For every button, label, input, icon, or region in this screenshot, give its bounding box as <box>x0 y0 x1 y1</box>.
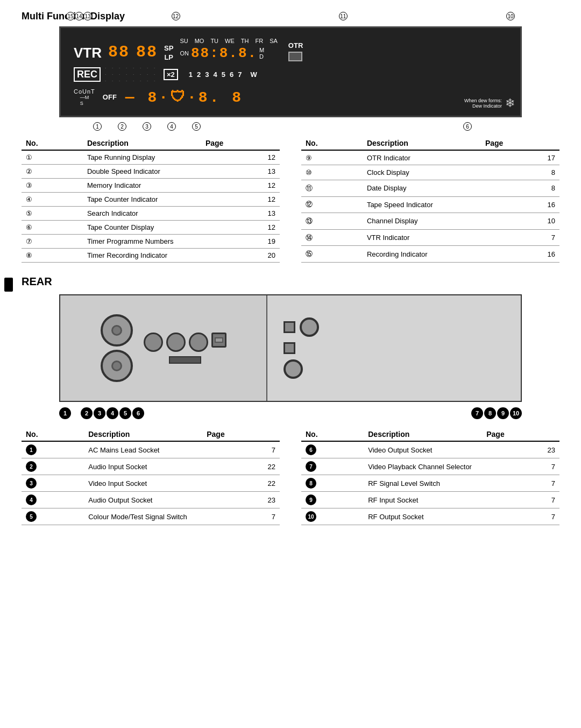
col-desc-left: Description <box>83 137 201 150</box>
callout-13: 13 <box>83 12 92 20</box>
rear-col-no-right: No. <box>301 428 364 441</box>
row-desc: Video Output Socket <box>364 441 482 458</box>
row-no: 2 <box>22 458 84 475</box>
callout-10: 10 <box>506 12 515 20</box>
table-row: ⑪ Date Display 8 <box>301 180 559 196</box>
main-socket-2 <box>101 350 133 382</box>
row-desc: Clock Display <box>363 165 481 180</box>
table-row: ⑩ Clock Display 8 <box>301 165 559 180</box>
row-desc: OTR Indicator <box>363 150 481 165</box>
row-no: ⑪ <box>301 180 363 196</box>
row-page: 7 <box>202 441 280 458</box>
th-label: TH <box>241 38 249 44</box>
table-row: ⑫ Tape Speed Indicator 16 <box>301 196 559 213</box>
sa-label: SA <box>270 38 278 44</box>
row-no: ⑬ <box>301 213 363 230</box>
counter-display: — 8·🛡·8. 8 <box>125 88 243 106</box>
rear-bullet <box>4 278 13 292</box>
row-no: ③ <box>22 179 83 193</box>
right-row-3 <box>284 359 319 379</box>
callout-6: 6 <box>463 122 472 131</box>
table-row: 9 RF Input Socket 7 <box>301 492 559 508</box>
filled-num-6: 6 <box>132 407 144 419</box>
mfd-section: Multi Function Display 15 14 13 12 11 10… <box>22 11 559 263</box>
filled-num-cell: 10 <box>306 511 316 522</box>
md-labels: M D <box>259 47 264 60</box>
row-desc: Date Display <box>363 180 481 196</box>
callout-11: 11 <box>339 12 348 20</box>
row-no: 5 <box>22 508 84 525</box>
filled-num-cell: 3 <box>26 478 37 489</box>
main-socket <box>101 314 133 347</box>
otr-label: OTR <box>288 41 303 50</box>
num-5: 5 <box>222 70 225 79</box>
row-page: 22 <box>202 458 280 475</box>
tape-dots: ···· ···· ···· ···· ···· ···· <box>105 66 159 83</box>
vfd-row-3: CoUnT —M S OFF — 8·🛡·8. 8 <box>74 88 507 106</box>
count-label-text: CoUnT <box>74 88 95 95</box>
table-row: 7 Video Playback Channel Selector 7 <box>301 458 559 475</box>
days-row: SU MO TU WE TH FR SA <box>180 38 277 44</box>
filled-num-cell: 7 <box>306 461 316 472</box>
callout-4: 4 <box>167 122 176 131</box>
row-page: 12 <box>201 179 280 193</box>
rear-col-no-left: No. <box>22 428 84 441</box>
filled-num-3: 3 <box>94 407 105 419</box>
row-no: 10 <box>301 508 364 525</box>
rear-table-left: No. Description Page 1 AC Mains Lead Soc… <box>22 428 280 525</box>
filled-num-cell: 2 <box>26 461 37 472</box>
row-page: 13 <box>201 207 280 221</box>
when-dew-text: When dew forms: <box>464 98 502 103</box>
main-socket-group <box>101 314 133 382</box>
w-label: W <box>250 70 257 79</box>
num-3: 3 <box>205 70 209 79</box>
row-no: ⑤ <box>22 207 83 221</box>
row-page: 17 <box>481 150 559 165</box>
callout-2: 2 <box>118 122 126 131</box>
rear-right-panel <box>267 295 521 401</box>
table-row: 2 Audio Input Socket 22 <box>22 458 280 475</box>
row-page: 22 <box>202 475 280 492</box>
num-1: 1 <box>189 70 193 79</box>
conn-2 <box>166 333 186 352</box>
sp-label: SP <box>164 44 173 52</box>
row-no: ⑥ <box>22 221 83 235</box>
table-row: ⑮ Recording Indicator 16 <box>301 246 559 263</box>
rear-callout-7-10: 7 8 9 10 <box>471 407 522 419</box>
we-label: WE <box>225 38 235 44</box>
num-2: 2 <box>197 70 201 79</box>
rear-table-right: No. Description Page 6 Video Output Sock… <box>301 428 559 525</box>
table-row: ② Double Speed Indicator 13 <box>22 165 280 179</box>
row-page: 10 <box>481 213 559 230</box>
rear-callout-2-6: 2 3 4 5 6 <box>81 407 144 419</box>
row-desc: Timer Recording Indicator <box>83 249 201 263</box>
right-conn-3 <box>284 342 295 354</box>
rear-section: REAR <box>22 275 559 525</box>
ms-labels: —M S <box>80 95 89 106</box>
filled-num-cell: 6 <box>306 444 316 455</box>
row-no: ② <box>22 165 83 179</box>
col-no-right: No. <box>301 137 363 150</box>
seg-digits-1: 88 <box>108 43 130 61</box>
top-callouts: 15 14 13 12 11 10 <box>61 12 520 20</box>
row-no: ① <box>22 150 83 165</box>
table-row: ④ Tape Counter Indicator 12 <box>22 193 280 207</box>
filled-num-1: 1 <box>59 407 71 419</box>
row-page: 12 <box>201 221 280 235</box>
table-row: ⑨ OTR Indicator 17 <box>301 150 559 165</box>
row-desc: Double Speed Indicator <box>83 165 201 179</box>
row-page: 19 <box>201 235 280 249</box>
conn-inner <box>215 337 223 343</box>
m-sub-label: —M <box>80 95 89 100</box>
col-page-left: Page <box>201 137 280 150</box>
rear-diagram <box>59 294 522 402</box>
on-clock-row: ON 88:8.8. M D <box>180 45 277 61</box>
row-page: 7 <box>482 508 559 525</box>
mfd-table-left: No. Description Page ① Tape Running Disp… <box>22 137 280 263</box>
vfd-row-2: REC ···· ···· ···· ···· ···· ···· ×2 1 2… <box>74 66 507 83</box>
filled-num-5: 5 <box>119 407 131 419</box>
otr-group: OTR <box>288 41 303 61</box>
rec-label: REC <box>74 67 101 82</box>
row-page: 16 <box>481 196 559 213</box>
table-row: ③ Memory Indicator 12 <box>22 179 280 193</box>
